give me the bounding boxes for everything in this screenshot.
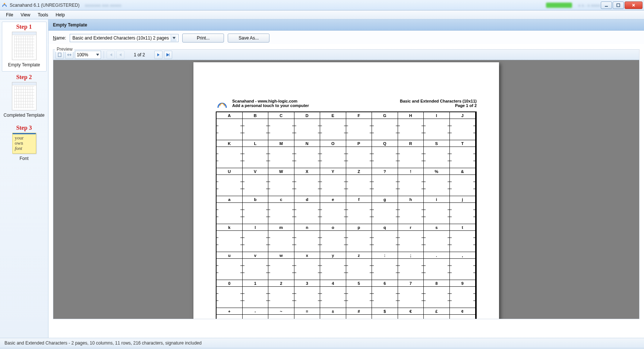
grid-cell-char: F (346, 112, 372, 119)
grid-cell-box (243, 231, 268, 252)
grid-cell-char: d (294, 196, 320, 203)
grid-cell: f (346, 196, 372, 224)
grid-cell-box (268, 147, 294, 168)
print-button[interactable]: Print... (182, 34, 224, 43)
grid-cell: v (243, 252, 269, 280)
chevron-down-icon[interactable] (171, 35, 177, 41)
grid-cell: € (398, 308, 424, 319)
last-page-button[interactable] (164, 51, 172, 59)
grid-cell-char: 3 (294, 280, 320, 287)
grid-cell-box (450, 203, 476, 224)
template-page: Scanahand - www.high-logic.com Add a per… (193, 62, 499, 319)
grid-cell-char: q (372, 224, 398, 231)
grid-cell-char: T (450, 140, 476, 147)
grid-cell: £ (424, 308, 450, 319)
grid-cell: + (216, 308, 243, 319)
grid-cell-char: A (217, 112, 242, 119)
grid-cell-box (217, 231, 242, 252)
grid-cell-char: r (398, 224, 424, 231)
app-icon (1, 2, 7, 8)
grid-cell-box (268, 231, 294, 252)
grid-cell-box (450, 119, 476, 140)
zoom-value: 100% (77, 52, 96, 57)
grid-cell: 5 (346, 280, 372, 308)
menu-tools[interactable]: Tools (34, 11, 52, 19)
step-1-empty-template[interactable]: Step 1 Empty Template (2, 22, 47, 72)
step-3-title: Step 3 (2, 125, 47, 131)
grid-cell: g (372, 196, 398, 224)
grid-cell-char: ; (398, 252, 424, 259)
grid-cell-box (398, 175, 424, 196)
grid-cell-box (268, 175, 294, 196)
grid-cell-box (372, 203, 398, 224)
grid-cell: E (320, 112, 346, 140)
grid-cell-char: n (294, 224, 320, 231)
background-blur-area: aaaaaaa aaa aaaaa a a - a aaaa (85, 3, 600, 8)
grid-cell: B (243, 112, 269, 140)
step-1-title: Step 1 (2, 23, 46, 30)
menu-view[interactable]: View (17, 11, 34, 19)
grid-cell-char: 9 (450, 280, 476, 287)
grid-cell-char: 2 (268, 280, 294, 287)
step-2-completed-template[interactable]: Step 2 Completed Template (2, 72, 47, 122)
grid-cell-box (372, 259, 398, 280)
grid-cell: 6 (372, 280, 398, 308)
prev-page-button[interactable] (116, 51, 124, 59)
title-bar: Scanahand 6.1 (UNREGISTERED) aaaaaaa aaa… (0, 0, 644, 10)
chevron-down-icon (96, 54, 99, 56)
grid-cell-box (372, 315, 398, 319)
menu-file[interactable]: File (2, 11, 17, 19)
grid-cell: A (216, 112, 243, 140)
grid-cell-box (217, 315, 242, 319)
grid-cell-char: = (294, 308, 320, 315)
grid-cell-char: 4 (320, 280, 346, 287)
grid-cell: 3 (294, 280, 321, 308)
zoom-combo[interactable]: 100% (75, 51, 101, 59)
grid-cell-box (243, 315, 268, 319)
font-thumb-line1: your (15, 135, 24, 141)
close-button[interactable] (625, 1, 643, 9)
grid-cell-char: 7 (398, 280, 424, 287)
grid-cell-char: z (346, 252, 372, 259)
grid-cell: Q (372, 140, 398, 168)
grid-cell: t (450, 224, 476, 252)
save-as-button[interactable]: Save As... (228, 34, 269, 43)
grid-cell-char: - (243, 308, 268, 315)
menu-bar: File View Tools Help (0, 10, 644, 19)
grid-cell: S (424, 140, 450, 168)
maximize-button[interactable] (613, 1, 624, 9)
grid-cell: L (243, 140, 269, 168)
grid-cell-box (320, 175, 346, 196)
grid-cell-char: M (268, 140, 294, 147)
grid-cell: 4 (320, 280, 346, 308)
grid-cell: & (450, 168, 476, 196)
minimize-button[interactable] (601, 1, 612, 9)
step-3-font[interactable]: Step 3 your own font Font (2, 123, 47, 165)
grid-cell-char: m (268, 224, 294, 231)
grid-cell: P (346, 140, 372, 168)
grid-cell-char: 6 (372, 280, 398, 287)
menu-help[interactable]: Help (52, 11, 69, 19)
grid-cell: ± (320, 308, 346, 319)
first-page-button[interactable] (107, 51, 115, 59)
grid-cell-box (398, 315, 424, 319)
grid-cell-char: Q (372, 140, 398, 147)
next-page-button[interactable] (154, 51, 162, 59)
grid-cell-box (450, 147, 476, 168)
grid-cell-char: 0 (217, 280, 242, 287)
grid-cell-box (424, 175, 449, 196)
template-name-combo[interactable]: Basic and Extended Characters (10x11) 2 … (70, 34, 179, 42)
grid-cell-char: Z (346, 168, 372, 175)
grid-cell-char: C (268, 112, 294, 119)
grid-cell-box (424, 119, 449, 140)
grid-cell-box (268, 287, 294, 308)
grid-cell-box (450, 287, 476, 308)
grid-cell-box (372, 231, 398, 252)
content-header: Empty Template (48, 19, 644, 31)
preview-viewport[interactable]: Scanahand - www.high-logic.com Add a per… (53, 60, 639, 319)
grid-cell: G (372, 112, 398, 140)
grid-cell-box (450, 175, 476, 196)
grid-cell: T (450, 140, 476, 168)
grid-cell-char: S (424, 140, 449, 147)
svg-point-0 (4, 3, 5, 4)
